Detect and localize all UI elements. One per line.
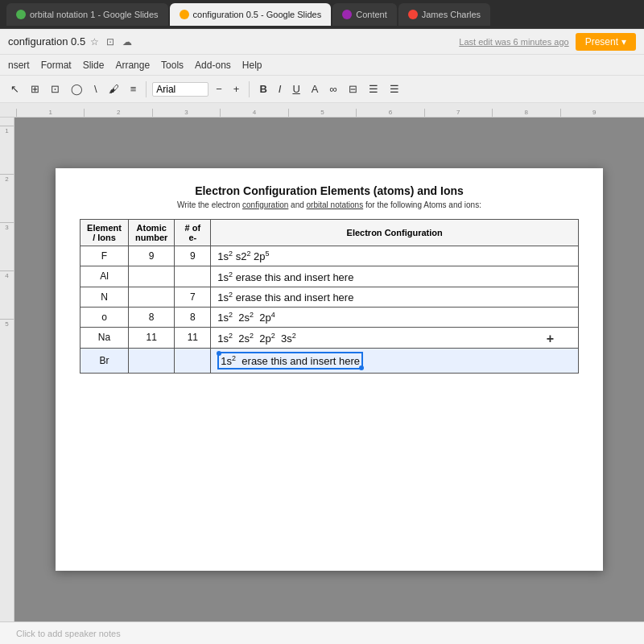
left-mark-3: 3 [0, 222, 14, 270]
color-button[interactable]: A [308, 81, 323, 97]
indent-button[interactable]: ☰ [365, 81, 382, 97]
tab-3[interactable]: Content [332, 3, 397, 26]
shape-tool[interactable]: ◯ [67, 81, 87, 97]
atomic-Al [129, 266, 175, 287]
tab-3-label: Content [356, 10, 387, 19]
last-edit: Last edit was 6 minutes ago [459, 37, 568, 47]
menu-arrange[interactable]: Arrange [115, 60, 150, 71]
atomic-o: 8 [129, 307, 175, 327]
atomic-Br [129, 348, 175, 373]
ruler-mark-8: 8 [492, 109, 559, 117]
left-mark-4: 4 [0, 270, 14, 319]
table-row: F 9 9 1s2 s22 2p5 [80, 246, 579, 266]
table-header-row: Element / Ions Atomic number # of e- Ele… [80, 220, 579, 246]
chevron-down-icon: ▾ [621, 36, 626, 47]
config-table: Element / Ions Atomic number # of e- Ele… [80, 219, 579, 374]
select-tool[interactable]: ⊞ [27, 81, 43, 97]
header-element: Element / Ions [80, 220, 129, 246]
element-N: N [80, 287, 129, 307]
bold-button[interactable]: B [255, 81, 270, 97]
ruler-mark-2: 2 [84, 109, 151, 117]
header-atomic: Atomic number [129, 220, 175, 246]
list-button[interactable]: ☰ [386, 81, 403, 97]
italic-button[interactable]: I [275, 81, 286, 97]
ruler-mark-3: 3 [152, 109, 220, 117]
ruler-mark-6: 6 [356, 109, 423, 117]
electrons-Na: 11 [175, 328, 211, 348]
left-mark-5: 5 [0, 319, 14, 367]
config-text-o: 1s2 2s2 2p4 [217, 312, 275, 324]
ruler-mark-5: 5 [288, 109, 356, 117]
tab-4[interactable]: James Charles [398, 3, 490, 26]
menu-addons[interactable]: Add-ons [195, 60, 231, 71]
element-Al: Al [80, 266, 129, 287]
left-mark-2: 2 [0, 174, 14, 222]
electrons-F: 9 [175, 246, 211, 266]
menu-tools[interactable]: Tools [161, 60, 184, 71]
config-o[interactable]: 1s2 2s2 2p4 [211, 307, 579, 327]
electrons-Br [175, 348, 211, 373]
present-button[interactable]: Present ▾ [576, 33, 636, 51]
menu-help[interactable]: Help [242, 60, 262, 71]
image-tool[interactable]: ⊡ [47, 81, 64, 97]
font-plus[interactable]: + [229, 81, 244, 97]
table-row-selected[interactable]: Br 1s2 erase this and insert here [80, 348, 579, 373]
folder-icon[interactable]: ⊡ [106, 36, 118, 47]
element-Br: Br [80, 348, 129, 373]
browser-chrome: orbital notation 1 - Google Slides confi… [0, 0, 644, 29]
paint-tool[interactable]: 🖌 [105, 81, 123, 97]
ruler-mark-4: 4 [220, 109, 287, 117]
element-F: F [80, 246, 129, 266]
slide[interactable]: Electron Configuration Elements (atoms) … [56, 168, 603, 571]
config-Na[interactable]: 1s2 2s2 2p2 3s2 + [211, 328, 579, 348]
align-button[interactable]: ⊟ [345, 81, 361, 97]
tab-1-icon [16, 10, 26, 19]
star-icon[interactable]: ☆ [90, 36, 101, 47]
font-minus[interactable]: − [212, 81, 226, 97]
tab-2-label: configuration 0.5 - Google Slides [193, 10, 322, 19]
doc-title: configuration 0.5 [8, 35, 85, 47]
left-mark-1: 1 [0, 126, 14, 174]
config-F[interactable]: 1s2 s22 2p5 [211, 246, 579, 266]
underline-button[interactable]: U [288, 81, 303, 97]
config-text-F: 1s2 s22 2p5 [217, 250, 269, 262]
config-text-Br: 1s2 erase this and insert here [221, 355, 360, 367]
cursor-tool[interactable]: ↖ [6, 81, 23, 97]
element-Na: Na [80, 328, 129, 348]
tab-1-label: orbital notation 1 - Google Slides [30, 10, 159, 19]
slide-subtitle: Write the electron configuration and orb… [80, 200, 579, 209]
speaker-notes-text: Click to add speaker notes [16, 629, 121, 638]
config-N[interactable]: 1s2 erase this and insert here [211, 287, 579, 307]
font-selector[interactable] [152, 82, 208, 97]
selected-textbox[interactable]: 1s2 erase this and insert here [217, 352, 363, 369]
table-row: Al 1s2 erase this and insert here [80, 266, 579, 287]
ruler-mark-1: 1 [16, 109, 84, 117]
tab-1[interactable]: orbital notation 1 - Google Slides [6, 3, 168, 26]
tab-2[interactable]: configuration 0.5 - Google Slides [170, 3, 332, 26]
lines-tool[interactable]: ≡ [126, 81, 141, 97]
config-Br[interactable]: 1s2 erase this and insert here [211, 348, 579, 373]
link-button[interactable]: ∞ [325, 81, 341, 97]
app-container: configuration 0.5 ☆ ⊡ ☁ Last edit was 6 … [0, 29, 644, 644]
electrons-o: 8 [175, 307, 211, 327]
config-text-Al: 1s2 erase this and insert here [217, 271, 353, 283]
slide-title: Electron Configuration Elements (atoms) … [80, 184, 579, 197]
top-ruler: 1 2 3 4 5 6 7 8 9 [0, 103, 644, 118]
table-row: N 7 1s2 erase this and insert here [80, 287, 579, 307]
config-Al[interactable]: 1s2 erase this and insert here [211, 266, 579, 287]
menu-slide[interactable]: Slide [83, 60, 105, 71]
line-tool[interactable]: \ [90, 81, 101, 97]
electrons-N: 7 [175, 287, 211, 307]
left-ruler: 1 2 3 4 5 [0, 118, 14, 621]
present-label: Present [585, 36, 618, 47]
cloud-icon[interactable]: ☁ [122, 36, 134, 47]
menu-insert[interactable]: nsert [8, 60, 30, 71]
slide-canvas: Electron Configuration Elements (atoms) … [14, 118, 644, 621]
divider-2 [249, 81, 250, 97]
menu-bar: nsert Format Slide Arrange Tools Add-ons… [0, 55, 644, 76]
ruler-marks: 1 2 3 4 5 6 7 8 9 [16, 109, 628, 117]
divider-1 [146, 81, 147, 97]
config-text-N: 1s2 erase this and insert here [217, 291, 353, 303]
speaker-notes[interactable]: Click to add speaker notes [0, 621, 644, 644]
menu-format[interactable]: Format [41, 60, 72, 71]
